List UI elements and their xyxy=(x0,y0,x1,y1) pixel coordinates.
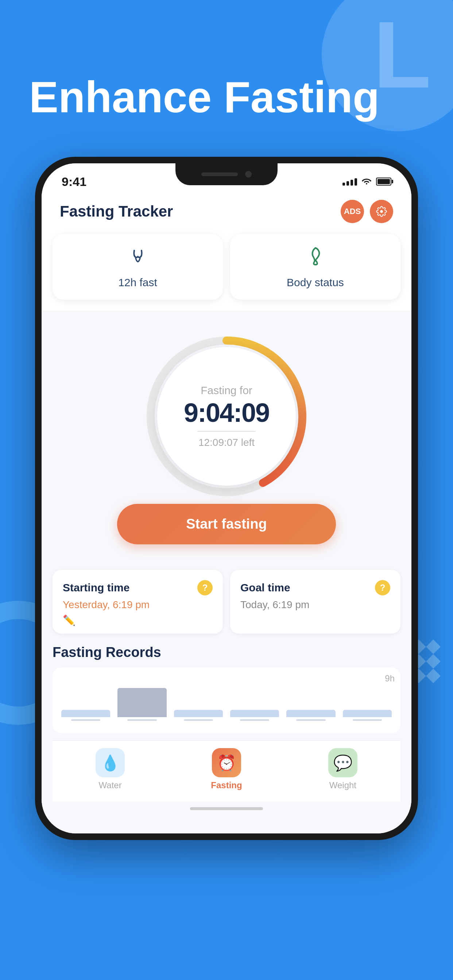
nav-weight[interactable]: 💬 Weight xyxy=(328,748,357,791)
bar-line-2 xyxy=(127,719,157,721)
chart-bar-6 xyxy=(343,710,392,721)
chart-bar-2 xyxy=(118,688,166,721)
starting-time-help[interactable]: ? xyxy=(197,580,213,595)
edit-starting-time[interactable]: ✏️ xyxy=(63,614,213,626)
records-chart: 9h xyxy=(53,668,400,733)
fasting-nav-label: Fasting xyxy=(211,780,242,791)
records-section: Fasting Records 9h xyxy=(53,644,400,733)
timer-divider xyxy=(197,431,256,432)
bar-4 xyxy=(230,710,279,717)
bar-1 xyxy=(61,710,110,717)
quick-card-body[interactable]: Body status xyxy=(230,234,400,300)
status-icons xyxy=(343,177,391,187)
home-bar xyxy=(190,807,263,810)
bar-5 xyxy=(286,710,335,717)
bar-6 xyxy=(343,710,392,717)
notch-speaker xyxy=(201,172,238,176)
signal-icon xyxy=(343,178,357,186)
weight-nav-icon: 💬 xyxy=(328,748,357,777)
nav-fasting[interactable]: ⏰ Fasting xyxy=(211,748,242,791)
phone-mockup: 9:41 xyxy=(35,157,418,840)
starting-time-card: Starting time ? Yesterday, 6:19 pm ✏️ xyxy=(53,570,223,634)
status-time: 9:41 xyxy=(62,175,86,189)
ads-label: ADS xyxy=(344,207,361,216)
bar-3 xyxy=(174,710,223,717)
timer-display: Fasting for 9:04:09 12:09:07 left xyxy=(157,347,296,485)
time-cards: Starting time ? Yesterday, 6:19 pm ✏️ Go… xyxy=(53,570,400,634)
goal-time-title: Goal time xyxy=(240,582,290,594)
ads-button[interactable]: ADS xyxy=(341,200,364,223)
phone-notch xyxy=(175,163,278,185)
battery-icon xyxy=(376,178,391,186)
home-indicator xyxy=(53,801,400,819)
starting-time-title: Starting time xyxy=(63,582,129,594)
timer-label: Fasting for xyxy=(201,384,252,397)
quick-card-fast[interactable]: 12h fast xyxy=(53,234,223,300)
fasting-nav-icon: ⏰ xyxy=(212,748,241,777)
goal-time-header: Goal time ? xyxy=(240,580,390,595)
main-content: Fasting for 9:04:09 12:09:07 left Start … xyxy=(41,310,412,834)
app-header: Fasting Tracker ADS xyxy=(41,192,412,231)
chart-max-label: 9h xyxy=(385,673,395,684)
water-nav-label: Water xyxy=(99,780,122,791)
timer-time: 9:04:09 xyxy=(184,399,269,426)
fast-label: 12h fast xyxy=(118,276,157,289)
goal-time-card: Goal time ? Today, 6:19 pm xyxy=(230,570,400,634)
signal-bar-4 xyxy=(354,178,357,186)
phone-screen: 9:41 xyxy=(41,163,412,834)
battery-fill xyxy=(378,179,390,184)
records-title: Fasting Records xyxy=(53,644,400,660)
fast-icon xyxy=(127,245,149,271)
wifi-icon xyxy=(362,177,372,187)
chart-bar-3 xyxy=(174,710,223,721)
chart-bar-1 xyxy=(61,710,110,721)
start-fasting-button[interactable]: Start fasting xyxy=(117,504,336,544)
bg-letter: L xyxy=(373,7,431,102)
chart-bar-5 xyxy=(286,710,335,721)
chart-bars xyxy=(61,676,392,724)
page-title: Enhance Fasting xyxy=(29,73,379,121)
phone-outer: 9:41 xyxy=(35,157,418,840)
quick-cards: 12h fast Body status xyxy=(41,231,412,310)
chart-bar-4 xyxy=(230,710,279,721)
bar-line-6 xyxy=(353,719,382,721)
water-nav-icon: 💧 xyxy=(96,748,125,777)
timer-ring: Fasting for 9:04:09 12:09:07 left xyxy=(143,332,310,500)
body-icon xyxy=(305,245,327,271)
signal-bar-3 xyxy=(351,180,353,186)
weight-nav-label: Weight xyxy=(329,780,356,791)
app-title: Fasting Tracker xyxy=(60,203,173,220)
bar-line-3 xyxy=(184,719,214,721)
starting-time-header: Starting time ? xyxy=(63,580,213,595)
goal-time-help[interactable]: ? xyxy=(375,580,390,595)
timer-left: 12:09:07 left xyxy=(198,437,255,449)
bar-line-5 xyxy=(296,719,326,721)
timer-section: Fasting for 9:04:09 12:09:07 left Start … xyxy=(53,325,400,559)
signal-bar-1 xyxy=(343,183,345,186)
body-label: Body status xyxy=(287,276,344,289)
starting-time-value: Yesterday, 6:19 pm xyxy=(63,599,213,611)
header-icons: ADS xyxy=(341,200,393,223)
signal-bar-2 xyxy=(346,181,349,186)
svg-point-0 xyxy=(380,210,383,213)
bar-2 xyxy=(118,688,166,717)
bar-line-1 xyxy=(71,719,100,721)
settings-icon xyxy=(376,206,387,217)
bar-line-4 xyxy=(240,719,270,721)
nav-water[interactable]: 💧 Water xyxy=(96,748,125,791)
bottom-nav: 💧 Water ⏰ Fasting 💬 Weight xyxy=(53,740,400,801)
notch-camera xyxy=(245,171,252,178)
goal-time-value: Today, 6:19 pm xyxy=(240,599,390,611)
settings-button[interactable] xyxy=(370,200,393,223)
